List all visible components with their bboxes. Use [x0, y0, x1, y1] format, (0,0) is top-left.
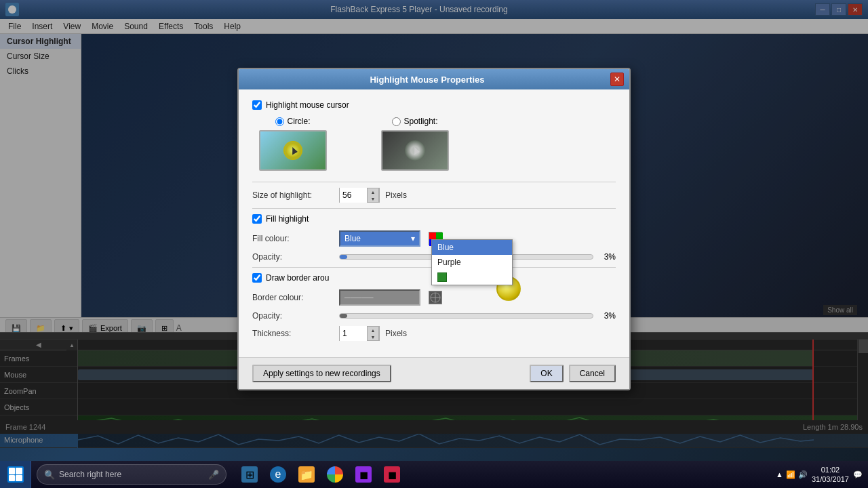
dialog-body: Highlight mouse cursor Circle: [239, 89, 629, 357]
fill-checkbox-row: Fill highlight [252, 214, 616, 224]
size-input-group: ▲ ▼ [339, 188, 380, 203]
start-button[interactable] [0, 461, 31, 488]
clock-display[interactable]: 01:02 31/03/2017 [812, 465, 849, 485]
circle-cursor-preview [283, 141, 302, 160]
circle-label: Circle: [287, 117, 310, 126]
circle-option: Circle: [259, 117, 327, 171]
edge-icon: e [270, 466, 286, 483]
svg-rect-0 [429, 232, 436, 239]
border-colour-dropdown[interactable]: ───── [339, 289, 420, 306]
green-colour-swatch [437, 272, 447, 282]
windows-icon [7, 466, 24, 483]
dropdown-green[interactable] [432, 270, 512, 285]
taskbar-app-icons: ⊞ e 📁 ◼ ◼ [237, 462, 404, 487]
tray-expand[interactable]: ▲ [776, 470, 783, 479]
border-checkbox[interactable] [252, 273, 262, 283]
circle-radio[interactable] [275, 117, 284, 126]
spotlight-label: Spotlight: [403, 117, 437, 126]
ok-btn[interactable]: OK [530, 365, 563, 382]
chrome-btn[interactable] [323, 462, 347, 487]
border-checkbox-label: Draw border arou [266, 273, 329, 283]
app2-btn[interactable]: ◼ [380, 462, 404, 487]
highlight-mouse-dialog: Highlight Mouse Properties ✕ Highlight m… [237, 68, 631, 390]
spotlight-cursor-preview [405, 140, 425, 161]
spotlight-option: Spotlight: [381, 117, 449, 171]
search-icon: 🔍 [44, 470, 55, 480]
opacity-fill [340, 255, 347, 259]
app1-btn[interactable]: ◼ [351, 462, 376, 487]
highlight-checkbox-row: Highlight mouse cursor [252, 100, 616, 110]
fill-colour-label: Fill colour: [252, 234, 334, 243]
notification-icon[interactable]: 💬 [853, 470, 863, 479]
dropdown-arrow: ▾ [411, 234, 415, 243]
fill-colour-dropdown[interactable]: Blue ▾ [339, 230, 420, 247]
divider-1 [252, 182, 616, 182]
system-tray: ▲ 📶 🔊 [776, 470, 808, 479]
thickness-input-group: ▲ ▼ [339, 326, 380, 341]
border-opacity-label: Opacity: [252, 311, 334, 321]
dialog-title-bar: Highlight Mouse Properties ✕ [239, 69, 629, 89]
purple-label: Purple [437, 258, 461, 267]
thickness-up-btn[interactable]: ▲ [368, 327, 378, 333]
win-icon-tl [9, 468, 16, 474]
system-time: 01:02 [812, 465, 849, 474]
highlight-checkbox-label: Highlight mouse cursor [266, 100, 349, 110]
dropdown-blue[interactable]: Blue [432, 240, 512, 255]
chrome-icon [327, 466, 343, 483]
spotlight-cursor-arrow [411, 146, 420, 155]
taskview-btn[interactable]: ⊞ [237, 462, 262, 487]
fill-checkbox[interactable] [252, 214, 262, 224]
dialog-title: Highlight Mouse Properties [244, 75, 610, 85]
taskbar: 🔍 Search right here 🎤 ⊞ e 📁 ◼ ◼ ▲ 📶 🔊 [0, 461, 868, 488]
size-unit: Pixels [385, 190, 407, 200]
border-opacity-row: Opacity: 3% [252, 311, 616, 321]
edge-btn[interactable]: e [266, 462, 290, 487]
taskview-icon: ⊞ [241, 466, 258, 483]
spotlight-preview[interactable] [381, 130, 449, 171]
size-spinner[interactable]: ▲ ▼ [367, 188, 379, 203]
cursor-arrow-icon [289, 146, 298, 155]
mic-icon: 🎤 [208, 470, 219, 480]
border-colour-swatch: ───── [344, 293, 374, 302]
explorer-btn[interactable]: 📁 [294, 462, 319, 487]
thickness-unit: Pixels [385, 329, 407, 338]
network-icon: 📶 [786, 470, 795, 479]
dropdown-purple[interactable]: Purple [432, 255, 512, 270]
yellow-highlight-circle [283, 141, 302, 160]
border-colour-picker-btn[interactable] [429, 291, 442, 304]
fill-checkbox-label: Fill highlight [266, 214, 309, 224]
thickness-input[interactable] [340, 326, 367, 341]
border-colour-label: Border colour: [252, 293, 334, 302]
thickness-label: Thickness: [252, 329, 334, 338]
opacity-value: 3% [604, 252, 616, 262]
colour-dropdown-popup: Blue Purple [431, 239, 513, 285]
size-down-btn[interactable]: ▼ [368, 195, 378, 202]
radio-group: Circle: Spotlight: [252, 117, 616, 171]
dialog-close-btn[interactable]: ✕ [610, 73, 624, 86]
win-icon-br [16, 475, 22, 482]
size-row: Size of highlight: ▲ ▼ Pixels [252, 188, 616, 203]
opacity-label: Opacity: [252, 252, 334, 262]
spotlight-highlight [405, 140, 425, 161]
highlight-checkbox[interactable] [252, 100, 262, 110]
thickness-row: Thickness: ▲ ▼ Pixels [252, 326, 616, 341]
explorer-icon: 📁 [298, 466, 315, 483]
border-opacity-slider[interactable] [339, 313, 593, 319]
border-colour-row: Border colour: ───── [252, 289, 616, 306]
app1-icon: ◼ [355, 466, 372, 483]
thickness-spinner[interactable]: ▲ ▼ [367, 326, 379, 341]
cancel-btn[interactable]: Cancel [569, 365, 616, 382]
circle-preview[interactable] [259, 130, 327, 171]
fill-colour-value: Blue [344, 234, 361, 243]
apply-settings-btn[interactable]: Apply settings to new recordings [252, 365, 391, 382]
border-opacity-fill [340, 314, 347, 318]
spotlight-radio[interactable] [392, 117, 401, 126]
size-up-btn[interactable]: ▲ [368, 188, 378, 195]
dialog-footer: Apply settings to new recordings OK Canc… [239, 357, 629, 389]
divider-2 [252, 208, 616, 209]
spotlight-radio-row: Spotlight: [392, 117, 437, 126]
thickness-down-btn[interactable]: ▼ [368, 333, 378, 340]
win-icon-tr [16, 468, 22, 474]
size-input[interactable] [340, 188, 367, 203]
taskbar-search[interactable]: 🔍 Search right here 🎤 [37, 464, 226, 485]
